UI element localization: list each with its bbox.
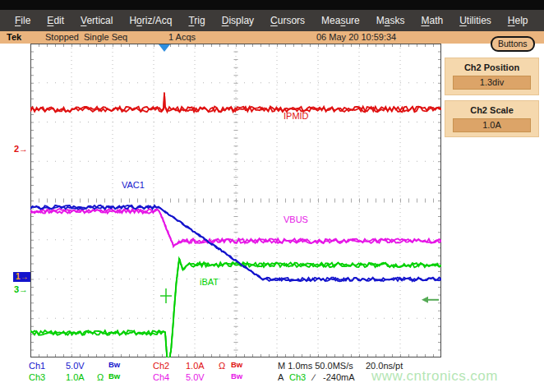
trigger-level: -240mA <box>323 372 355 382</box>
oscilloscope-screen: FileEditVerticalHoriz/AcqTrigDisplayCurs… <box>0 0 544 392</box>
menu-math[interactable]: Math <box>421 15 443 26</box>
graticule-and-traces: IPMIDVBUSiBATVAC1 <box>30 44 441 357</box>
menu-masks[interactable]: Masks <box>376 15 405 26</box>
datetime: 06 May 20 10:59:34 <box>316 32 396 42</box>
acquisition-mode: Single Seq <box>84 32 127 42</box>
menu-edit[interactable]: Edit <box>47 15 64 26</box>
ch2-ohm-badge: Ω <box>219 361 225 371</box>
ch3-position-marker[interactable]: 3→ <box>14 284 28 294</box>
menu-help[interactable]: Help <box>508 15 528 26</box>
ch4-bandwidth-badge: Bw <box>231 371 242 380</box>
menu-file[interactable]: File <box>15 15 30 26</box>
tek-logo: Tek <box>7 32 21 42</box>
ch4-scale: 5.0V <box>186 372 205 382</box>
menu-vertical[interactable]: Vertical <box>81 15 113 26</box>
timebase-readout: M 1.0ms 50.0MS/s <box>278 361 353 371</box>
trace-label-vbus: VBUS <box>284 214 308 224</box>
ch2-bandwidth-badge: Bw <box>231 360 242 369</box>
acquisition-status: Stopped <box>45 32 79 42</box>
ch2-position-value[interactable]: 1.3div <box>453 76 531 90</box>
trace-label-ipmid: IPMID <box>284 111 309 121</box>
menu-horizacq[interactable]: Horiz/Acq <box>129 15 172 26</box>
menu-display[interactable]: Display <box>222 15 254 26</box>
ch3-readout-label[interactable]: Ch3 <box>29 372 45 382</box>
ch1-bandwidth-badge: Bw <box>108 360 120 369</box>
ch2-scale: 1.0A <box>186 361 205 371</box>
ch1-scale: 5.0V <box>66 361 85 371</box>
trigger-source[interactable]: Ch3 <box>289 372 306 382</box>
ch2-scale-value[interactable]: 1.0A <box>453 118 531 132</box>
acquisition-count: 1 Acqs <box>168 32 196 42</box>
ch2-scale-card: Ch2 Scale 1.0A <box>445 100 539 137</box>
ch3-bandwidth-badge: Bw <box>108 371 120 380</box>
trigger-position-marker[interactable] <box>159 44 170 52</box>
ch2-position-card: Ch2 Position 1.3div <box>445 58 539 95</box>
trace-label-vac1: VAC1 <box>122 180 145 190</box>
menu-utilities[interactable]: Utilities <box>459 15 491 26</box>
trigger-mode-label: A <box>278 372 284 382</box>
trace-label-ibat: iBAT <box>200 277 219 287</box>
status-bar: Tek Stopped Single Seq 1 Acqs 06 May 20 … <box>0 31 544 44</box>
menu-measure[interactable]: Measure <box>321 15 360 26</box>
window-top-strip <box>0 0 544 10</box>
trigger-level-arrow-icon[interactable] <box>422 297 428 303</box>
menu-bar: FileEditVerticalHoriz/AcqTrigDisplayCurs… <box>0 10 544 31</box>
menu-cursors[interactable]: Cursors <box>270 15 305 26</box>
menu-trig[interactable]: Trig <box>188 15 205 26</box>
ch4-readout-label[interactable]: Ch4 <box>153 372 169 382</box>
ch1-position-marker[interactable]: 1→ <box>13 272 30 282</box>
ch2-scale-title: Ch2 Scale <box>445 105 538 115</box>
trace-ibat <box>30 259 441 357</box>
ch2-position-title: Ch2 Position <box>445 62 538 72</box>
trace-ibat <box>30 258 441 357</box>
ch3-ohm-badge: Ω <box>97 372 104 382</box>
ch2-position-marker[interactable]: 2→ <box>14 144 28 154</box>
waveform-display: IPMIDVBUSiBATVAC1 <box>30 44 441 357</box>
buttons-button[interactable]: Buttons <box>491 36 535 52</box>
ch1-readout-label[interactable]: Ch1 <box>29 361 45 371</box>
trigger-edge-icon: ∕ <box>313 372 315 382</box>
watermark: www.cntronics.com <box>371 368 498 385</box>
ch2-readout-label[interactable]: Ch2 <box>153 361 169 371</box>
ch3-scale: 1.0A <box>66 372 85 382</box>
